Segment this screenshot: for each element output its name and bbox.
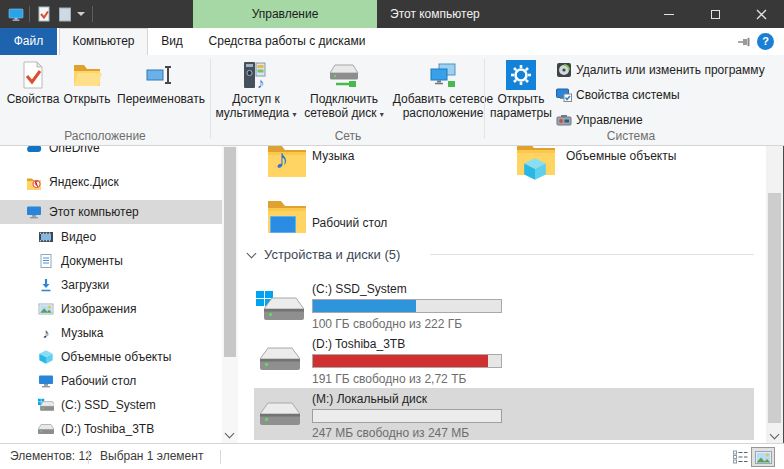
section-header[interactable]: Устройства и диски (5) (264, 247, 400, 262)
maximize-button[interactable] (692, 0, 738, 28)
tab-file[interactable]: Файл (0, 28, 57, 55)
sidebar-item-label: (C:) SSD_System (61, 398, 156, 412)
ribbon: Свойства Открыть Переименовать Расположе… (0, 55, 784, 146)
section-header-line (430, 254, 754, 255)
qat-properties-icon[interactable] (36, 6, 52, 22)
drive-capacity-bar (312, 409, 502, 423)
rename-button[interactable]: Переименовать (114, 57, 208, 127)
sidebar-item-this-pc[interactable]: Этот компьютер (0, 200, 222, 224)
sidebar-item-label: (D:) Toshiba_3TB (61, 422, 154, 436)
properties-button[interactable]: Свойства (6, 57, 60, 127)
pin-ribbon-icon[interactable] (737, 37, 751, 47)
section-collapse-chevron-icon[interactable] (247, 249, 257, 259)
drive-name[interactable]: (D:) Toshiba_3TB (312, 337, 405, 351)
file-list-pane: ♪ Музыка Объемные объекты Рабочий стол У… (238, 146, 766, 443)
sidebar-item-label: Рабочий стол (61, 374, 136, 388)
sidebar-item-yandex-disk[interactable]: Яндекс.Диск (0, 170, 222, 194)
uninstall-program-button[interactable]: Удалить или изменить программу (556, 61, 765, 79)
close-button[interactable] (738, 0, 784, 28)
sidebar-scrollbar[interactable] (222, 146, 238, 443)
network-location-icon (428, 60, 458, 90)
context-tab-management[interactable]: Управление (193, 0, 377, 28)
tab-disk-tools[interactable]: Средства работы с дисками (197, 28, 377, 55)
drive-capacity-fill (313, 300, 416, 312)
list-view-button[interactable] (731, 449, 749, 465)
folder-tile-3d-objects[interactable] (515, 146, 555, 184)
ribbon-tab-row: Файл Компьютер Вид Средства работы с дис… (0, 28, 784, 55)
map-network-drive-button[interactable]: Подключить сетевой диск ▾ (298, 57, 390, 127)
sidebar-item-video[interactable]: Видео (0, 225, 222, 249)
drive-icon (38, 421, 54, 437)
window-title: Этот компьютер (390, 0, 480, 28)
main-scrollbar[interactable] (766, 146, 783, 443)
tab-view[interactable]: Вид (150, 28, 194, 55)
system-properties-button[interactable]: Свойства системы (556, 86, 680, 104)
drive-c-tile-icon[interactable] (256, 286, 304, 326)
drive-free-space: 100 ГБ свободно из 222 ГБ (312, 317, 462, 331)
network-drive-icon (329, 60, 359, 90)
sidebar-scrollbar-thumb[interactable] (224, 147, 236, 357)
sidebar-item-drive-c[interactable]: (C:) SSD_System (0, 393, 222, 417)
sidebar-item-pictures[interactable]: Изображения (0, 297, 222, 321)
folder-tile-music[interactable]: ♪ (266, 146, 306, 184)
3d-cube-icon (38, 349, 54, 365)
sidebar-item-label: Яндекс.Диск (49, 175, 119, 189)
thumbnail-view-button[interactable] (751, 447, 775, 467)
sidebar-item-documents[interactable]: Документы (0, 249, 222, 273)
sidebar-item-music[interactable]: ♪ Музыка (0, 321, 222, 345)
properties-icon (18, 60, 48, 90)
media-access-button[interactable]: ♪ Доступ к мультимедиа ▾ (214, 57, 298, 127)
drive-name[interactable]: (C:) SSD_System (312, 282, 407, 296)
group-label-location: Расположение (0, 129, 210, 143)
qat-dropdown-icon[interactable] (77, 12, 85, 16)
sidebar-item-label: Объемные объекты (61, 350, 171, 364)
group-label-network: Сеть (212, 129, 484, 143)
drive-m-tile-selected[interactable]: (M:) Локальный диск 247 МБ свободно из 2… (254, 388, 754, 440)
maximize-icon (711, 10, 720, 19)
drive-capacity-bar (312, 299, 502, 313)
drive-d-tile-icon[interactable] (260, 347, 300, 376)
desktop-icon (38, 373, 54, 389)
folder-tile-desktop[interactable] (266, 196, 306, 242)
help-icon[interactable]: ? (757, 33, 774, 50)
drive-m-tile-icon (260, 402, 300, 431)
button-label: Удалить или изменить программу (576, 63, 765, 77)
main-scrollbar-thumb[interactable] (768, 193, 781, 423)
open-settings-button[interactable]: Открыть параметры (488, 57, 554, 127)
music-note-icon: ♪ (275, 146, 289, 175)
documents-icon (38, 253, 54, 269)
sidebar-item-3d-objects[interactable]: Объемные объекты (0, 345, 222, 369)
manage-button[interactable]: Управление (556, 111, 643, 129)
computer-management-icon (556, 112, 572, 128)
sidebar-item-onedrive[interactable]: OneDrive (0, 146, 222, 160)
sidebar-item-desktop[interactable]: Рабочий стол (0, 369, 222, 393)
button-label: Переименовать (117, 92, 205, 106)
qat-separator (92, 6, 93, 22)
add-network-location-button[interactable]: Добавить сетевое расположение (390, 57, 496, 127)
drive-name: (M:) Локальный диск (312, 392, 427, 406)
system-properties-icon (556, 87, 572, 103)
folder-label[interactable]: Объемные объекты (566, 149, 676, 163)
status-separator (88, 450, 89, 464)
sidebar-scroll-down-arrow[interactable] (226, 426, 233, 440)
drive-icon (260, 347, 300, 373)
desktop-screen-icon (270, 216, 296, 233)
tab-computer[interactable]: Компьютер (59, 28, 148, 55)
window-this-pc-icon (8, 6, 24, 22)
sidebar-item-downloads[interactable]: Загрузки (0, 273, 222, 297)
drive-c-windows-icon (256, 286, 304, 326)
sidebar-item-drive-d[interactable]: (D:) Toshiba_3TB (0, 417, 222, 441)
button-label: Свойства (7, 92, 60, 106)
open-button[interactable]: Открыть (60, 57, 114, 127)
main-scroll-down-arrow[interactable] (771, 427, 778, 441)
qat-new-folder-icon[interactable] (58, 7, 72, 22)
folder-label[interactable]: Рабочий стол (312, 216, 387, 230)
group-label-system: Система (486, 129, 776, 143)
minimize-button[interactable] (646, 0, 692, 28)
folder-label[interactable]: Музыка (312, 149, 354, 163)
media-server-icon: ♪ (241, 60, 271, 90)
drive-capacity-bar (312, 354, 502, 368)
button-label: Открыть (63, 92, 110, 106)
explorer-window: Управление Этот компьютер Файл Компьютер… (0, 0, 784, 469)
sidebar-item-label: OneDrive (49, 146, 100, 155)
